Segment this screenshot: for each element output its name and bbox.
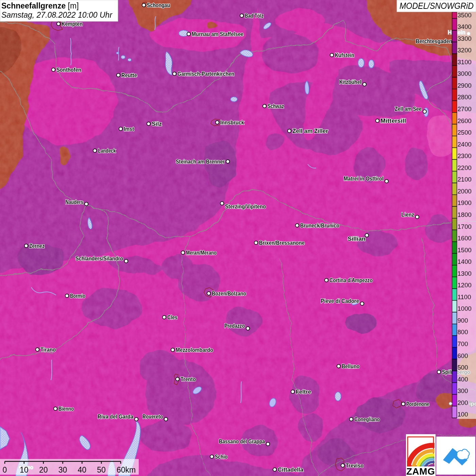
svg-text:Schlanders/Silandro: Schlanders/Silandro	[75, 255, 123, 261]
svg-text:3200: 3200	[458, 47, 472, 54]
svg-text:Lienz: Lienz	[402, 211, 414, 218]
svg-text:2400: 2400	[458, 141, 472, 148]
svg-text:0: 0	[3, 465, 7, 474]
svg-text:Predazzo: Predazzo	[224, 323, 245, 329]
svg-text:1400: 1400	[458, 258, 472, 265]
svg-text:700: 700	[458, 340, 468, 347]
svg-text:Treviso: Treviso	[346, 462, 364, 469]
svg-text:Cortina d'Ampezzo: Cortina d'Ampezzo	[329, 277, 373, 283]
svg-text:Sillian: Sillian	[348, 236, 366, 242]
svg-text:900: 900	[458, 317, 468, 324]
svg-text:Nauders: Nauders	[66, 199, 84, 205]
svg-text:Schongau: Schongau	[147, 2, 170, 8]
svg-text:1200: 1200	[458, 282, 472, 289]
svg-text:2200: 2200	[458, 164, 472, 171]
svg-text:Riva del Garda: Riva del Garda	[98, 413, 134, 420]
svg-text:Mezzolombardo: Mezzolombardo	[176, 347, 213, 353]
svg-text:Bienno: Bienno	[58, 406, 74, 412]
svg-text:Trento: Trento	[181, 376, 196, 382]
svg-text:Matrei in Osttirol: Matrei in Osttirol	[344, 175, 384, 182]
svg-text:Kitzbühel: Kitzbühel	[339, 79, 361, 85]
svg-text:Zell am Ziller: Zell am Ziller	[292, 128, 328, 134]
svg-text:2300: 2300	[458, 152, 472, 159]
svg-text:1800: 1800	[458, 211, 472, 218]
svg-text:Kufstein: Kufstein	[335, 52, 354, 58]
svg-text:2900: 2900	[458, 82, 472, 89]
svg-text:2500: 2500	[458, 129, 472, 136]
svg-text:Bruneck/Brunico: Bruneck/Brunico	[300, 222, 339, 228]
svg-text:Bassano del Grappa: Bassano del Grappa	[219, 438, 265, 444]
svg-text:60km: 60km	[117, 465, 136, 474]
svg-text:Bozen/Bolzano: Bozen/Bolzano	[212, 290, 246, 296]
svg-text:10: 10	[20, 465, 29, 474]
svg-text:1300: 1300	[458, 270, 472, 277]
svg-text:1700: 1700	[458, 223, 472, 230]
svg-text:Landeck: Landeck	[98, 148, 116, 154]
svg-text:Rovereto: Rovereto	[142, 413, 163, 420]
svg-text:Feltre: Feltre	[296, 389, 311, 395]
svg-text:2800: 2800	[458, 94, 472, 101]
svg-text:Samstag, 27.08.2022 10:00 Uhr: Samstag, 27.08.2022 10:00 Uhr	[1, 11, 113, 19]
svg-text:Berchtesgaden: Berchtesgaden	[416, 38, 452, 44]
svg-text:20: 20	[39, 465, 48, 474]
svg-text:1600: 1600	[458, 235, 472, 242]
svg-text:Imst: Imst	[124, 126, 134, 132]
svg-text:3500: 3500	[458, 12, 472, 19]
svg-text:100: 100	[458, 411, 468, 418]
svg-text:Murnau am Staffelsee: Murnau am Staffelsee	[192, 31, 243, 37]
svg-text:800: 800	[458, 328, 468, 336]
svg-text:200: 200	[458, 399, 468, 406]
svg-text:3000: 3000	[458, 70, 472, 77]
svg-text:Meran/Merano: Meran/Merano	[186, 250, 217, 256]
svg-text:2000: 2000	[458, 188, 472, 195]
svg-text:50: 50	[97, 465, 106, 474]
svg-text:ZAMG: ZAMG	[406, 466, 435, 476]
svg-text:400: 400	[458, 376, 468, 383]
svg-text:3100: 3100	[458, 58, 472, 66]
svg-text:Schio: Schio	[215, 454, 228, 460]
svg-text:2600: 2600	[458, 117, 472, 124]
svg-text:Silz: Silz	[152, 121, 162, 127]
svg-text:Schwaz: Schwaz	[268, 103, 284, 109]
svg-text:ipo: ipo	[469, 401, 476, 407]
svg-text:Zell am See: Zell am See	[395, 106, 422, 112]
svg-text:Schneefallgrenze [m]: Schneefallgrenze [m]	[1, 1, 79, 10]
svg-text:MODEL/SNOWGRiD: MODEL/SNOWGRiD	[400, 1, 474, 11]
svg-text:2700: 2700	[458, 105, 472, 113]
svg-text:Conegliano: Conegliano	[354, 416, 380, 422]
svg-text:30: 30	[58, 465, 67, 474]
svg-text:Steinach am Brenner: Steinach am Brenner	[176, 158, 225, 165]
svg-text:1100: 1100	[458, 293, 471, 301]
svg-text:Zernez: Zernez	[29, 243, 45, 249]
svg-text:40: 40	[78, 465, 87, 474]
svg-text:Belluno: Belluno	[342, 363, 360, 369]
svg-text:500: 500	[458, 364, 468, 371]
svg-text:1500: 1500	[458, 247, 472, 254]
svg-text:Pordenone: Pordenone	[406, 401, 429, 407]
svg-text:Mittersill: Mittersill	[380, 118, 406, 124]
svg-text:Pieve di Cadore: Pieve di Cadore	[321, 298, 359, 304]
svg-text:Garmisch-Partenkirchen: Garmisch-Partenkirchen	[177, 71, 234, 77]
svg-text:300: 300	[458, 387, 468, 394]
svg-text:Brixen/Bressanone: Brixen/Bressanone	[259, 240, 305, 246]
svg-text:600: 600	[458, 352, 468, 359]
svg-text:2100: 2100	[458, 176, 472, 183]
svg-text:3300: 3300	[458, 35, 472, 42]
svg-text:Bormio: Bormio	[70, 293, 85, 299]
svg-text:Cittadella: Cittadella	[278, 466, 304, 473]
svg-text:1900: 1900	[458, 199, 472, 206]
svg-text:Kempten: Kempten	[62, 21, 83, 27]
svg-text:Innsbruck: Innsbruck	[220, 119, 244, 125]
svg-text:1000: 1000	[458, 305, 472, 312]
svg-text:Sterzing/Vipiteno: Sterzing/Vipiteno	[225, 203, 266, 209]
svg-text:Reutte: Reutte	[121, 72, 137, 78]
svg-text:3400: 3400	[458, 23, 472, 30]
svg-text:Tirano: Tirano	[40, 346, 56, 353]
svg-text:Cles: Cles	[167, 314, 177, 320]
svg-text:Sonthofen: Sonthofen	[56, 67, 81, 73]
svg-text:Bad Tölz: Bad Tölz	[245, 13, 264, 19]
